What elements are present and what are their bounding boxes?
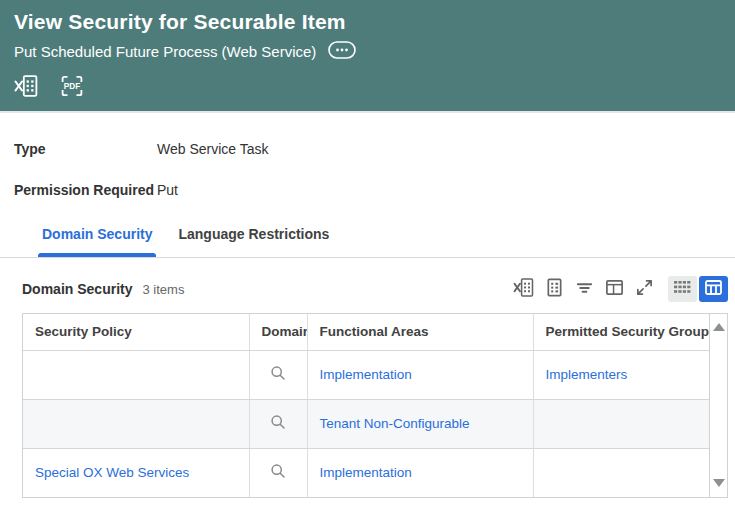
expand-icon bbox=[635, 278, 654, 300]
tab-bar: Domain Security Language Restrictions bbox=[0, 226, 735, 258]
printable-version-button[interactable] bbox=[544, 277, 565, 301]
column-header-functional-areas[interactable]: Functional Areas bbox=[307, 314, 533, 350]
vertical-scrollbar[interactable] bbox=[709, 314, 727, 497]
securable-item-name: Put Scheduled Future Process (Web Servic… bbox=[14, 43, 316, 60]
related-actions-button[interactable] bbox=[328, 41, 356, 62]
table-row: Special OX Web Services Implementation bbox=[23, 448, 709, 497]
detail-row-type: Type Web Service Task bbox=[14, 141, 721, 157]
expand-grid-button[interactable] bbox=[634, 277, 655, 301]
expanded-grid-view-button[interactable] bbox=[699, 276, 728, 302]
export-to-excel-button[interactable] bbox=[512, 277, 535, 301]
permitted-security-group-link[interactable]: Implementers bbox=[546, 367, 628, 382]
compact-grid-view-button[interactable] bbox=[668, 276, 697, 302]
excel-icon bbox=[14, 75, 38, 100]
table-header-row: Security Policy Domain Functional Areas … bbox=[23, 314, 709, 350]
search-icon bbox=[270, 369, 286, 384]
column-header-security-policy[interactable]: Security Policy bbox=[23, 314, 249, 350]
grid-toolbar bbox=[512, 276, 728, 302]
permission-required-value: Put bbox=[157, 182, 178, 198]
detail-row-permission: Permission Required Put bbox=[14, 182, 721, 198]
search-icon bbox=[270, 467, 286, 482]
permission-required-label: Permission Required bbox=[14, 182, 157, 198]
search-icon bbox=[270, 418, 286, 433]
table-row: Implementation Implementers bbox=[23, 350, 709, 399]
item-details: Type Web Service Task Permission Require… bbox=[0, 113, 735, 198]
domain-search-button[interactable] bbox=[268, 363, 288, 386]
grid-view-toggle bbox=[668, 276, 728, 302]
filter-button[interactable] bbox=[574, 277, 595, 301]
export-to-excel-button[interactable] bbox=[14, 75, 38, 100]
table-row: Tenant Non-Configurable bbox=[23, 399, 709, 448]
excel-icon bbox=[513, 278, 534, 300]
security-policy-link[interactable]: Special OX Web Services bbox=[35, 465, 189, 480]
grid-item-count: 3 items bbox=[142, 282, 184, 297]
export-to-pdf-button[interactable]: PDF bbox=[60, 75, 84, 100]
svg-text:PDF: PDF bbox=[64, 82, 80, 91]
functional-area-link[interactable]: Implementation bbox=[320, 465, 412, 480]
security-policy-cell bbox=[23, 350, 249, 399]
domain-search-button[interactable] bbox=[268, 412, 288, 435]
tab-domain-security[interactable]: Domain Security bbox=[40, 226, 154, 257]
column-header-permitted-security-groups[interactable]: Permitted Security Groups bbox=[533, 314, 709, 350]
security-policy-cell bbox=[23, 399, 249, 448]
functional-area-link[interactable]: Implementation bbox=[320, 367, 412, 382]
type-value: Web Service Task bbox=[157, 141, 269, 157]
compact-grid-icon bbox=[674, 281, 691, 298]
functional-area-link[interactable]: Tenant Non-Configurable bbox=[320, 416, 470, 431]
pdf-icon: PDF bbox=[60, 75, 84, 100]
column-header-domain[interactable]: Domain bbox=[249, 314, 307, 350]
scroll-up-icon[interactable] bbox=[713, 323, 725, 331]
filter-icon bbox=[575, 278, 594, 300]
expanded-grid-icon bbox=[705, 280, 722, 298]
printable-version-icon bbox=[545, 278, 564, 300]
page-header: View Security for Securable Item Put Sch… bbox=[0, 0, 735, 113]
permitted-security-group-cell bbox=[533, 399, 709, 448]
permitted-security-group-cell bbox=[533, 448, 709, 497]
tab-language-restrictions[interactable]: Language Restrictions bbox=[176, 226, 331, 257]
type-label: Type bbox=[14, 141, 157, 157]
grid-title: Domain Security bbox=[22, 281, 132, 297]
domain-search-button[interactable] bbox=[268, 461, 288, 484]
ellipsis-icon bbox=[328, 41, 356, 62]
scroll-down-icon[interactable] bbox=[713, 479, 725, 487]
freeze-columns-button[interactable] bbox=[604, 277, 625, 301]
freeze-columns-icon bbox=[605, 278, 624, 300]
page-title: View Security for Securable Item bbox=[14, 8, 721, 36]
domain-security-section: Domain Security 3 items bbox=[0, 258, 735, 498]
domain-security-table: Security Policy Domain Functional Areas … bbox=[22, 313, 728, 498]
